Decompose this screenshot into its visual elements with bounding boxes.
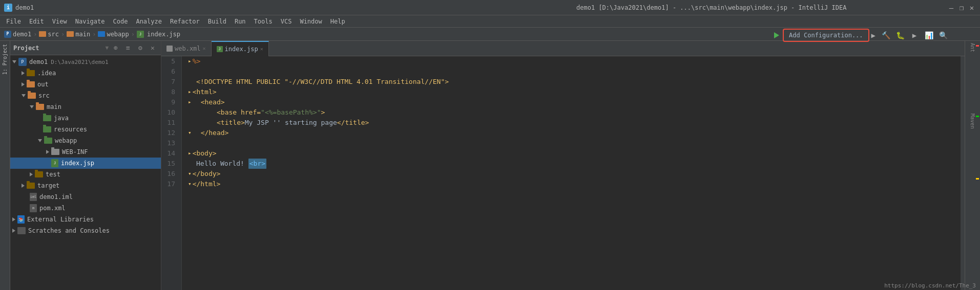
close-button[interactable]: ✕	[968, 4, 976, 12]
menu-refactor[interactable]: Refactor	[166, 15, 204, 28]
tab-webxml-label: web.xml	[175, 45, 201, 52]
ant-label[interactable]: Ant	[970, 43, 975, 52]
toolbar-coverage-icon[interactable]: ▶	[908, 29, 921, 41]
menu-edit[interactable]: Edit	[25, 15, 48, 28]
code-area[interactable]: ▸ %> <!DOCTYPE HTML PUBLIC "-//W3C//DTD …	[182, 56, 961, 290]
toolbar-build-icon[interactable]: 🔨	[880, 29, 892, 41]
tree-item-main[interactable]: main	[10, 101, 161, 113]
menu-vcs[interactable]: VCS	[277, 15, 296, 28]
indexjsp-tab-icon: J	[217, 46, 223, 52]
breadcrumb-item-webapp[interactable]: webapp	[98, 31, 129, 38]
error-mark-1	[976, 45, 979, 47]
pom-file-icon: m	[30, 204, 37, 212]
menu-analyze[interactable]: Analyze	[132, 15, 166, 28]
menu-help[interactable]: Help	[326, 15, 349, 28]
tree-item-demo1iml-label: demo1.iml	[39, 193, 73, 200]
project-side-tab[interactable]: 1: Project	[2, 41, 8, 78]
project-icon: P	[4, 31, 11, 38]
tab-indexjsp[interactable]: J index.jsp ✕	[212, 41, 269, 56]
menu-view[interactable]: View	[48, 15, 71, 28]
locate-file-button[interactable]: ⊕	[111, 43, 121, 53]
maven-label[interactable]: Maven	[970, 114, 975, 129]
expand-out-icon	[22, 82, 25, 86]
svg-marker-0	[774, 32, 779, 38]
tree-item-idea-label: .idea	[37, 70, 56, 77]
tree-item-webapp[interactable]: webapp	[10, 135, 161, 146]
webapp-folder-icon	[98, 31, 105, 37]
project-panel-header: Project ▼ ⊕ ≡ ⚙ ✕	[10, 41, 161, 55]
webxml-icon: x	[166, 46, 173, 52]
breadcrumb-item-demo1[interactable]: P demo1	[4, 31, 31, 38]
restore-button[interactable]: ❐	[957, 4, 966, 12]
breadcrumb-item-main[interactable]: main	[67, 31, 90, 38]
breadcrumb-item-src[interactable]: src	[39, 31, 59, 38]
tree-item-src[interactable]: src	[10, 90, 161, 101]
tree-item-resources[interactable]: resources	[10, 124, 161, 135]
tree-item-demo1[interactable]: P demo1 D:\Java2021\demo1	[10, 56, 161, 68]
tab-indexjsp-label: index.jsp	[225, 46, 258, 53]
menu-run[interactable]: Run	[231, 15, 250, 28]
menu-bar: File Edit View Navigate Code Analyze Ref…	[0, 15, 980, 28]
menu-build[interactable]: Build	[204, 15, 231, 28]
line-num-14: 14	[161, 148, 178, 159]
collapse-all-button[interactable]: ≡	[123, 43, 133, 53]
code-line-16: ▾ </body>	[188, 169, 954, 179]
expand-main-icon	[30, 105, 34, 108]
tree-item-scratches-label: Scratches and Consoles	[28, 227, 110, 234]
line-num-9: 9	[161, 97, 178, 107]
tree-item-target-label: target	[37, 182, 59, 189]
tree-item-indexjsp[interactable]: J index.jsp	[10, 158, 161, 169]
project-tree: P demo1 D:\Java2021\demo1 .idea out	[10, 55, 161, 290]
run-config-icon	[773, 31, 781, 39]
line-num-6: 6	[161, 66, 178, 77]
editor-scrollbar[interactable]	[961, 56, 965, 290]
tab-webxml-close[interactable]: ✕	[203, 46, 206, 51]
panel-close-button[interactable]: ✕	[148, 43, 158, 53]
menu-tools[interactable]: Tools	[250, 15, 277, 28]
line-num-7: 7	[161, 77, 178, 87]
menu-window[interactable]: Window	[296, 15, 326, 28]
line-num-10: 10	[161, 107, 178, 118]
tree-item-java-label: java	[54, 115, 69, 122]
line-num-16: 16	[161, 169, 178, 179]
add-configuration-button[interactable]: Add Configuration...	[783, 29, 869, 42]
tree-item-extlibs[interactable]: 📚 External Libraries	[10, 214, 161, 225]
tree-item-demo1-label: demo1	[29, 58, 48, 65]
minimize-button[interactable]: —	[947, 4, 955, 12]
tree-item-demo1iml[interactable]: iml demo1.iml	[10, 191, 161, 203]
title-bar: i demo1 demo1 [D:\Java2021\demo1] - ...\…	[0, 0, 980, 15]
tree-item-java[interactable]: java	[10, 113, 161, 124]
menu-file[interactable]: File	[2, 15, 25, 28]
tree-item-webinf[interactable]: WEB-INF	[10, 146, 161, 158]
toolbar-profile-icon[interactable]: 📊	[923, 29, 935, 41]
toolbar-right-arrow[interactable]: ▶	[871, 31, 875, 39]
tab-webxml[interactable]: x web.xml ✕	[161, 41, 212, 56]
toolbar-left-icon[interactable]	[773, 31, 781, 39]
tree-item-idea[interactable]: .idea	[10, 68, 161, 79]
breadcrumb-item-indexjsp[interactable]: J index.jsp	[137, 31, 180, 38]
menu-navigate[interactable]: Navigate	[71, 15, 109, 28]
tree-item-out[interactable]: out	[10, 79, 161, 90]
settings-button[interactable]: ⚙	[135, 43, 145, 53]
tree-item-indexjsp-label: index.jsp	[61, 160, 94, 167]
test-folder-icon	[35, 171, 43, 177]
main-layout: 1: Project Project ▼ ⊕ ≡ ⚙ ✕ P demo1 D:\…	[0, 41, 980, 290]
tree-item-target[interactable]: target	[10, 180, 161, 191]
expand-idea-icon	[22, 71, 25, 75]
tree-item-resources-label: resources	[54, 126, 87, 133]
code-line-9: ▸ <head>	[188, 97, 954, 107]
tree-item-pomxml[interactable]: m pom.xml	[10, 203, 161, 214]
line-numbers: 5 6 7 8 9 10 11 12 13 14 15 16 17	[161, 56, 182, 290]
expand-test-icon	[30, 172, 33, 176]
toolbar-search-icon[interactable]: 🔍	[937, 29, 949, 41]
main-folder-icon	[67, 31, 74, 37]
tree-item-test-label: test	[46, 171, 60, 178]
main-folder-icon2	[36, 104, 44, 110]
project-root-icon: P	[18, 58, 27, 66]
toolbar-debug-icon[interactable]: 🐛	[894, 29, 906, 41]
tree-item-scratches[interactable]: Scratches and Consoles	[10, 225, 161, 236]
tree-item-test[interactable]: test	[10, 169, 161, 180]
menu-code[interactable]: Code	[109, 15, 132, 28]
tab-indexjsp-close[interactable]: ✕	[260, 46, 263, 52]
expand-extlibs-icon	[12, 217, 15, 221]
